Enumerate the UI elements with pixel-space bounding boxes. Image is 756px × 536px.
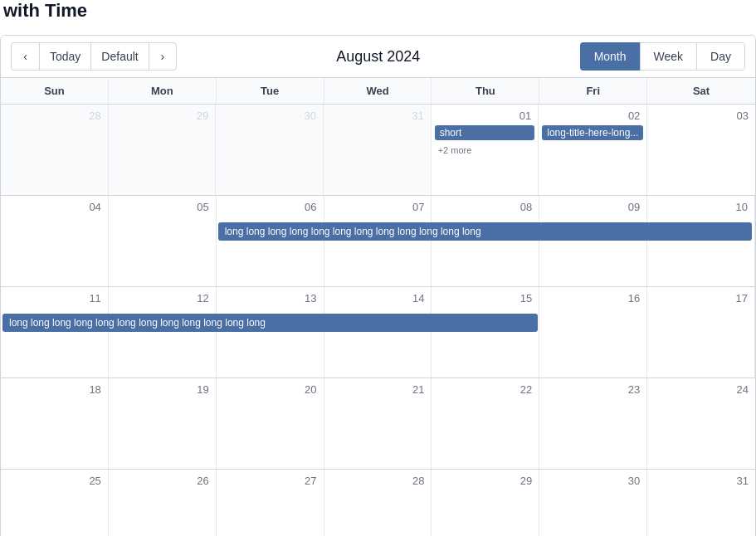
week-row: 11 12 13 14 15 16 17 long long long lon <box>1 287 755 378</box>
day-number: 30 <box>543 473 643 489</box>
calendar-grid: 28 29 30 31 01 short +2 more 02 long-tit… <box>1 105 755 536</box>
default-button[interactable]: Default <box>90 42 148 71</box>
cal-cell: 11 <box>1 287 109 378</box>
calendar-event[interactable]: long-title-here-long... <box>542 125 643 140</box>
cal-cell: 29 <box>109 105 217 195</box>
day-number: 27 <box>220 473 320 489</box>
day-number: 05 <box>112 199 212 215</box>
cal-cell: 22 <box>432 378 539 469</box>
more-events-link[interactable]: +2 more <box>435 145 476 155</box>
cal-cell: 03 <box>647 105 755 195</box>
header-sun: Sun <box>1 78 109 104</box>
day-number: 06 <box>220 199 320 215</box>
day-number: 20 <box>220 382 320 397</box>
header-thu: Thu <box>432 78 539 104</box>
view-toggle: Month Week Day <box>580 42 745 71</box>
calendar-title: August 2024 <box>336 48 420 66</box>
cal-cell: 31 <box>647 470 755 536</box>
day-number: 07 <box>328 199 428 215</box>
week-row: 28 29 30 31 01 short +2 more 02 long-tit… <box>1 105 755 196</box>
calendar-header: ‹ Today Default › August 2024 Month Week… <box>1 36 755 78</box>
cal-cell: 09 <box>539 196 647 286</box>
day-number: 13 <box>220 290 320 306</box>
day-number: 30 <box>219 108 319 124</box>
cal-cell: 16 <box>539 287 647 378</box>
cal-cell: 20 <box>217 378 324 469</box>
day-number: 04 <box>4 199 105 215</box>
calendar-event[interactable]: short <box>435 125 535 140</box>
cal-cell: 14 <box>324 287 432 378</box>
today-button[interactable]: Today <box>39 42 90 71</box>
cal-cell: 26 <box>109 470 217 536</box>
day-number: 12 <box>112 290 212 306</box>
header-mon: Mon <box>109 78 217 104</box>
day-number: 28 <box>328 473 428 489</box>
day-number: 09 <box>543 199 643 215</box>
day-number: 08 <box>435 199 535 215</box>
cal-cell: 17 <box>647 287 755 378</box>
prev-button[interactable]: ‹ <box>11 42 39 71</box>
cal-cell: 05 <box>109 196 217 286</box>
page-title: with Time <box>0 0 756 28</box>
day-number: 24 <box>651 382 752 397</box>
day-number: 29 <box>112 108 212 124</box>
day-number: 21 <box>328 382 428 397</box>
day-number: 28 <box>4 108 105 124</box>
day-number: 19 <box>112 382 212 397</box>
header-fri: Fri <box>539 78 647 104</box>
day-number: 03 <box>651 108 752 124</box>
day-number: 31 <box>651 473 752 489</box>
cal-cell: 04 <box>1 196 109 286</box>
cal-cell: 29 <box>432 470 539 536</box>
day-number: 15 <box>435 290 535 306</box>
view-day-button[interactable]: Day <box>696 42 745 71</box>
cal-cell: 19 <box>109 378 217 469</box>
cal-cell: 06 <box>217 196 324 286</box>
view-week-button[interactable]: Week <box>640 42 697 71</box>
cal-cell: 28 <box>324 470 432 536</box>
day-number: 31 <box>327 108 427 124</box>
cal-cell: 23 <box>539 378 647 469</box>
cal-cell: 31 <box>324 105 432 195</box>
day-number: 25 <box>4 473 105 489</box>
day-number: 29 <box>435 473 535 489</box>
cal-cell: 08 <box>432 196 539 286</box>
day-number: 14 <box>328 290 428 306</box>
cal-cell: 13 <box>217 287 324 378</box>
view-month-button[interactable]: Month <box>580 42 640 71</box>
nav-controls: ‹ Today Default › <box>11 42 177 71</box>
cal-cell: 07 <box>324 196 432 286</box>
cal-cell: 01 short +2 more <box>432 105 539 195</box>
day-number: 16 <box>543 290 643 306</box>
week-row: 25 26 27 28 29 30 31 <box>1 470 755 536</box>
cal-cell: 12 <box>109 287 217 378</box>
cal-cell: 15 <box>432 287 539 378</box>
day-number: 11 <box>4 290 105 306</box>
cal-cell: 24 <box>647 378 755 469</box>
day-number: 01 <box>435 108 535 124</box>
day-number: 22 <box>435 382 535 397</box>
spanning-event[interactable]: long long long long long long long long … <box>218 222 752 241</box>
day-number: 18 <box>4 382 105 397</box>
cal-cell: 25 <box>1 470 109 536</box>
cal-cell: 30 <box>539 470 647 536</box>
cal-cell: 18 <box>1 378 109 469</box>
day-number: 23 <box>543 382 643 397</box>
cal-cell: 27 <box>217 470 324 536</box>
cal-cell: 02 long-title-here-long... <box>539 105 647 195</box>
cal-cell: 10 <box>647 196 755 286</box>
cal-cell: 21 <box>324 378 432 469</box>
day-number: 02 <box>542 108 643 124</box>
spanning-event[interactable]: long long long long long long long long … <box>2 314 538 332</box>
header-tue: Tue <box>217 78 324 104</box>
day-number: 17 <box>651 290 751 306</box>
day-number: 10 <box>651 199 751 215</box>
day-headers: Sun Mon Tue Wed Thu Fri Sat <box>1 78 755 105</box>
cal-cell: 30 <box>216 105 324 195</box>
day-number: 26 <box>112 473 212 489</box>
header-wed: Wed <box>324 78 432 104</box>
calendar-container: ‹ Today Default › August 2024 Month Week… <box>0 35 756 536</box>
next-button[interactable]: › <box>149 42 177 71</box>
cal-cell: 28 <box>1 105 109 195</box>
header-sat: Sat <box>647 78 755 104</box>
